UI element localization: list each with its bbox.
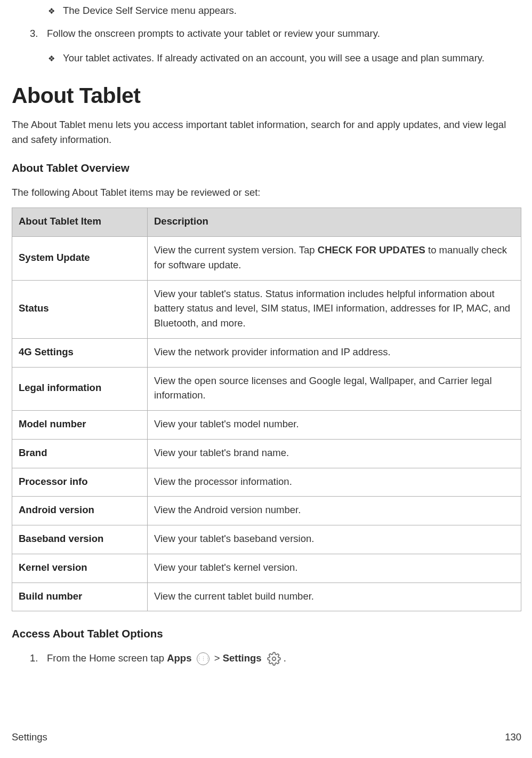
bullet-text: The Device Self Service menu appears. <box>63 3 237 19</box>
table-row: Android version View the Android version… <box>12 497 521 525</box>
table-row: 4G Settings View the network provider in… <box>12 338 521 367</box>
desc-cell: View the current tablet build number. <box>148 583 521 611</box>
table-row: Build number View the current tablet bui… <box>12 583 521 611</box>
item-cell: Status <box>12 280 148 338</box>
step-number: 3. <box>30 26 47 42</box>
heading-overview: About Tablet Overview <box>12 159 521 177</box>
bullet-text: Your tablet activates. If already activa… <box>63 51 485 66</box>
table-row: Brand View your tablet's brand name. <box>12 439 521 468</box>
diamond-bullet-icon: ❖ <box>48 51 63 65</box>
desc-cell: View the Android version number. <box>148 497 521 525</box>
footer-section: Settings <box>12 730 47 745</box>
page-footer: Settings 130 <box>12 730 521 745</box>
item-cell: Legal information <box>12 367 148 411</box>
item-cell: 4G Settings <box>12 338 148 367</box>
desc-cell: View the network provider information an… <box>148 338 521 367</box>
apps-icon: ⋮⋮⋮ <box>197 652 209 665</box>
desc-cell: View your tablet's model number. <box>148 411 521 440</box>
desc-cell: View your tablet's brand name. <box>148 439 521 468</box>
text-end: . <box>284 652 286 664</box>
item-cell: System Update <box>12 237 148 281</box>
desc-cell: View the processor information. <box>148 468 521 497</box>
item-cell: Baseband version <box>12 525 148 554</box>
bullet-item: ❖ Your tablet activates. If already acti… <box>48 51 521 66</box>
desc-bold: CHECK FOR UPDATES <box>318 244 425 256</box>
item-cell: Brand <box>12 439 148 468</box>
item-cell: Build number <box>12 583 148 611</box>
settings-label: Settings <box>223 652 262 664</box>
desc-cell: View the current system version. Tap CHE… <box>148 237 521 281</box>
heading-access-options: Access About Tablet Options <box>12 625 521 642</box>
about-tablet-table: About Tablet Item Description System Upd… <box>12 208 521 611</box>
step-text: From the Home screen tap Apps ⋮⋮⋮ > Sett… <box>47 651 286 666</box>
breadcrumb-sep: > <box>212 652 223 664</box>
table-row: Kernel version View your tablet's kernel… <box>12 554 521 583</box>
diamond-bullet-icon: ❖ <box>48 3 63 17</box>
table-header-row: About Tablet Item Description <box>12 208 521 237</box>
svg-point-0 <box>272 657 276 661</box>
col-header-item: About Tablet Item <box>12 208 148 237</box>
item-cell: Kernel version <box>12 554 148 583</box>
overview-lead: The following About Tablet items may be … <box>12 185 521 201</box>
table-row: System Update View the current system ve… <box>12 237 521 281</box>
table-row: Legal information View the open source l… <box>12 367 521 411</box>
heading-about-tablet: About Tablet <box>12 79 521 113</box>
step-text: Follow the onscreen prompts to activate … <box>47 26 380 42</box>
bullet-item: ❖ The Device Self Service menu appears. <box>48 3 521 19</box>
desc-cell: View your tablet's status. Status inform… <box>148 280 521 338</box>
desc-cell: View your tablet's baseband version. <box>148 525 521 554</box>
table-row: Baseband version View your tablet's base… <box>12 525 521 554</box>
table-row: Processor info View the processor inform… <box>12 468 521 497</box>
desc-pre: View the current system version. Tap <box>154 244 318 256</box>
step-number: 1. <box>30 651 47 666</box>
text-pre: From the Home screen tap <box>47 652 167 664</box>
desc-cell: View your tablet's kernel version. <box>148 554 521 583</box>
table-row: Status View your tablet's status. Status… <box>12 280 521 338</box>
desc-cell: View the open source licenses and Google… <box>148 367 521 411</box>
col-header-description: Description <box>148 208 521 237</box>
settings-icon <box>267 651 281 666</box>
footer-page-number: 130 <box>505 730 521 745</box>
intro-paragraph: The About Tablet menu lets you access im… <box>12 117 521 148</box>
item-cell: Model number <box>12 411 148 440</box>
table-row: Model number View your tablet's model nu… <box>12 411 521 440</box>
item-cell: Android version <box>12 497 148 525</box>
apps-label: Apps <box>167 652 191 664</box>
item-cell: Processor info <box>12 468 148 497</box>
ordered-step-1: 1. From the Home screen tap Apps ⋮⋮⋮ > S… <box>30 651 521 666</box>
ordered-step-3: 3. Follow the onscreen prompts to activa… <box>30 26 521 42</box>
